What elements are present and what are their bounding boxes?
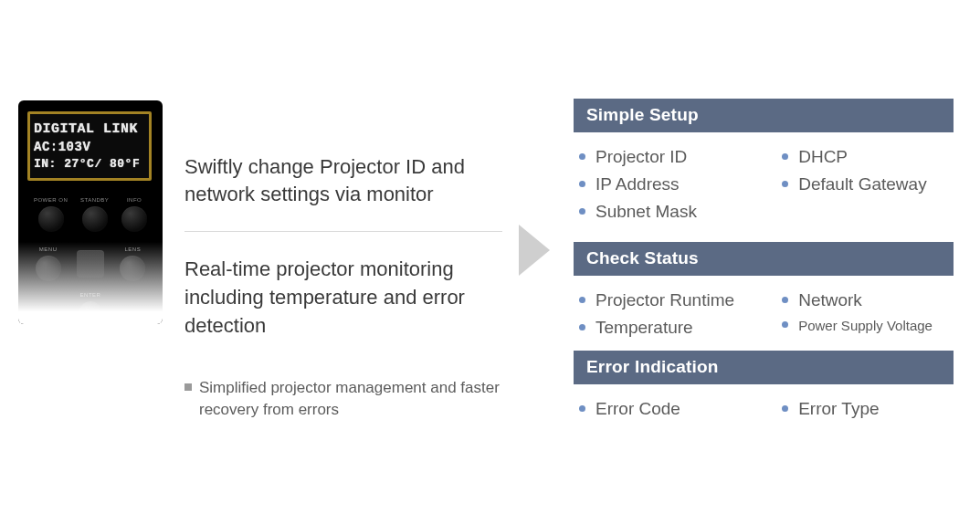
section-simple-setup-list: Projector ID IP Address Subnet Mask DHCP… bbox=[574, 132, 954, 242]
remote-power-on-button[interactable]: POWER ON bbox=[34, 197, 68, 232]
remote-dpad-button[interactable] bbox=[77, 247, 104, 281]
feature-item: Subnet Mask bbox=[579, 198, 782, 226]
section-check-status-list: Projector Runtime Temperature Network Po… bbox=[574, 276, 954, 351]
remote-lens-button[interactable]: LENS bbox=[120, 247, 145, 281]
feature-item: Default Gateway bbox=[782, 171, 948, 198]
remote-row-2: MENU LENS bbox=[27, 247, 153, 281]
section-check-status-title: Check Status bbox=[574, 242, 954, 276]
remote-row-1: POWER ON STANDBY INFO bbox=[27, 197, 153, 232]
feature-item: Error Code bbox=[579, 395, 782, 423]
section-error-indication-title: Error Indication bbox=[574, 351, 954, 384]
section-error-indication-list: Error Code Error Type bbox=[574, 384, 954, 439]
feature-item: DHCP bbox=[782, 143, 948, 171]
page: DIGITAL LINK AC:103V IN: 27°C/ 80°F POWE… bbox=[0, 0, 980, 514]
feature-item: Temperature bbox=[579, 314, 782, 341]
lcd-line1: DIGITAL LINK bbox=[34, 121, 145, 137]
section-simple-setup-title: Simple Setup bbox=[574, 99, 954, 132]
feature-item: Projector Runtime bbox=[579, 287, 782, 314]
feature-item: Power Supply Voltage bbox=[782, 314, 948, 337]
feature-item: Network bbox=[782, 287, 948, 314]
divider bbox=[184, 231, 502, 232]
heading-monitoring: Real-time projector monitoring including… bbox=[184, 256, 513, 340]
feature-item: Projector ID bbox=[579, 143, 782, 171]
remote-menu-button[interactable]: MENU bbox=[36, 247, 61, 281]
feature-item: Error Type bbox=[782, 395, 948, 423]
heading-settings: Swiftly change Projector ID and network … bbox=[184, 153, 513, 207]
projector-remote: DIGITAL LINK AC:103V IN: 27°C/ 80°F POWE… bbox=[18, 100, 163, 324]
note-text: Simplified projector management and fast… bbox=[184, 377, 513, 422]
feature-item: IP Address bbox=[579, 171, 782, 198]
arrow-right-icon bbox=[519, 225, 550, 276]
remote-enter-button[interactable]: ENTER bbox=[27, 292, 153, 324]
remote-standby-button[interactable]: STANDBY bbox=[80, 197, 109, 232]
description-block: Swiftly change Projector ID and network … bbox=[184, 153, 513, 422]
lcd-line3: IN: 27°C/ 80°F bbox=[34, 157, 145, 171]
lcd-line2: AC:103V bbox=[34, 140, 145, 154]
feature-panel: Simple Setup Projector ID IP Address Sub… bbox=[574, 99, 954, 439]
remote-info-button[interactable]: INFO bbox=[121, 197, 147, 232]
remote-lcd: DIGITAL LINK AC:103V IN: 27°C/ 80°F bbox=[27, 111, 152, 181]
